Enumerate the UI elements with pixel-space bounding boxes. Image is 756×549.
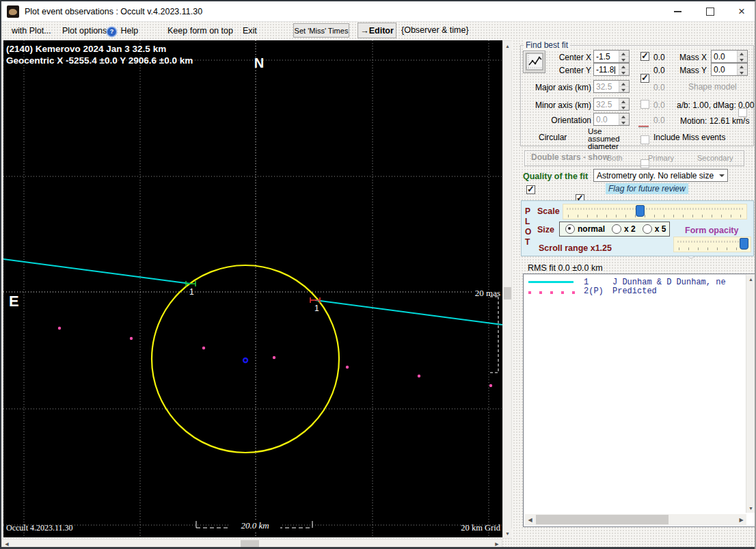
size-label: Size: [537, 225, 554, 235]
scroll-left-icon[interactable]: ◀: [525, 514, 535, 525]
list-item[interactable]: 2(P) Predicted: [524, 287, 755, 297]
center-y-sigma: 0.0: [653, 66, 665, 75]
mass-y-spinner[interactable]: 0.0: [711, 63, 748, 76]
mass-y-label: Mass Y: [675, 66, 707, 75]
editor-button[interactable]: →Editor: [357, 23, 396, 38]
scale-slider-thumb[interactable]: [636, 205, 645, 217]
find-best-fit-title: Find best fit: [524, 40, 570, 50]
quality-of-fit-label: Quality of the fit: [523, 172, 588, 181]
window-title: Plot event observations : Occult v.4.202…: [25, 7, 202, 16]
scale-label: Scale: [537, 206, 560, 216]
menu-help[interactable]: ? Help: [107, 26, 138, 36]
double-stars-secondary-label: Secondary: [697, 154, 733, 162]
size-x2-radio[interactable]: [612, 224, 621, 234]
north-label: N: [254, 55, 264, 70]
form-opacity-slider[interactable]: [673, 237, 751, 252]
orientation-label: Orientation: [535, 116, 591, 125]
center-x-spinner[interactable]: -1.5: [593, 50, 630, 63]
center-x-fit-checkbox[interactable]: [640, 52, 649, 61]
list-horizontal-scrollbar[interactable]: ◀ ▶: [525, 514, 746, 525]
mass-x-value: 0.0: [712, 51, 737, 62]
double-stars-title: Double stars - show: [529, 152, 611, 162]
orientation-value: 0.0: [594, 113, 619, 125]
quality-of-fit-combo[interactable]: Astrometry only. No reliable size: [593, 169, 728, 182]
rms-fit-label: RMS fit 0.0 ±0.0 km: [528, 263, 603, 273]
circular-checkbox[interactable]: [526, 185, 535, 194]
minimize-button[interactable]: [666, 4, 689, 19]
orientation-sigma: 0.0: [653, 116, 665, 125]
menu-plot-options[interactable]: Plot options...: [62, 26, 114, 36]
scale-bar-label: 20.0 km: [241, 520, 269, 531]
flag-review-label: Flag for future review: [606, 183, 688, 194]
close-icon: ×: [738, 5, 745, 18]
observer-name: Predicted: [612, 286, 657, 296]
observer-time-label: {Observer & time}: [401, 25, 469, 35]
center-y-fit-checkbox[interactable]: [640, 74, 649, 83]
minor-axis-value: 32.5: [594, 98, 619, 110]
size-normal-radio[interactable]: [565, 224, 575, 234]
mas-scale-label: 20 mas: [475, 288, 500, 298]
size-x5-label: x 5: [655, 224, 666, 234]
menu-with-plot[interactable]: with Plot...: [12, 26, 51, 36]
major-axis-spinner: 32.5: [593, 80, 630, 93]
disappearance-label: 1: [189, 287, 194, 297]
scroll-down-icon[interactable]: ▼: [503, 528, 512, 538]
scroll-up-icon[interactable]: ▲: [503, 41, 512, 51]
scale-slider[interactable]: [563, 204, 747, 219]
form-opacity-label: Form opacity: [685, 226, 739, 235]
miss-line-swatch: [638, 126, 649, 128]
maximize-button[interactable]: [699, 4, 722, 19]
fit-plot-button[interactable]: [523, 51, 545, 73]
chevron-down-icon: [716, 170, 727, 181]
plot-vertical-label: P L O T: [525, 206, 531, 247]
center-y-spinner[interactable]: -11.8: [593, 63, 630, 76]
mass-x-spinner[interactable]: 0.0: [711, 50, 748, 63]
form-opacity-slider-thumb[interactable]: [740, 238, 748, 250]
major-axis-sigma: 0.0: [653, 83, 665, 92]
mass-x-spin-buttons[interactable]: [737, 51, 747, 62]
plot-letter-t: T: [525, 237, 531, 247]
mass-y-spin-buttons[interactable]: [737, 64, 747, 75]
scroll-down-icon[interactable]: ▼: [746, 503, 755, 513]
plot-title-line1: (2140) Kemerovo 2024 Jan 3 32.5 km: [6, 44, 166, 54]
scroll-up-icon[interactable]: ▲: [746, 274, 755, 284]
title-bar: Plot event observations : Occult v.4.202…: [1, 1, 755, 22]
plot-vertical-scrollbar[interactable]: ▲ ▼: [502, 40, 512, 539]
double-stars-primary-label: Primary: [648, 154, 674, 162]
major-axis-spin-buttons: [619, 81, 629, 92]
version-label: Occult 4.2023.11.30: [6, 523, 73, 533]
motion-label: Motion: 12.61 km/s: [680, 116, 749, 126]
observer-name: J Dunham & D Dunham, ne: [612, 278, 726, 287]
orientation-spinner: 0.0: [593, 113, 630, 126]
plot-canvas[interactable]: 1 1 (2140) Kemerovo 2024 Jan 3 32.5 km G…: [3, 40, 502, 537]
menu-exit[interactable]: Exit: [243, 26, 257, 36]
observation-number: 1: [584, 278, 612, 287]
reappearance-label: 1: [314, 304, 319, 313]
center-x-spin-buttons[interactable]: [619, 51, 629, 62]
center-y-spin-buttons[interactable]: [619, 64, 629, 75]
plot-title-line2: Geocentric X -5255.4 ±0.0 Y 2906.6 ±0.0 …: [6, 55, 193, 66]
plot-vscroll-thumb[interactable]: [504, 287, 511, 299]
size-x5-radio[interactable]: [643, 224, 652, 234]
observation-number: 2(P): [584, 286, 612, 296]
chord-line-swatch: [524, 278, 584, 287]
scroll-range-label: Scroll range x1.25: [539, 243, 612, 253]
text-caret: [614, 65, 615, 75]
major-axis-fit-checkbox: [640, 100, 649, 109]
list-hscroll-thumb[interactable]: [536, 515, 669, 524]
list-vertical-scrollbar[interactable]: ▲ ▼: [746, 274, 755, 513]
grid-size-label: 20 km Grid: [461, 523, 500, 533]
set-miss-times-button[interactable]: Set 'Miss' Times: [293, 23, 349, 38]
minor-axis-label: Minor axis (km): [535, 101, 591, 110]
chart-icon: [524, 51, 545, 72]
app-icon: [7, 5, 19, 18]
size-normal-label: normal: [578, 224, 605, 234]
maximize-icon: [706, 8, 714, 16]
mass-y-value: 0.0: [712, 64, 737, 75]
close-button[interactable]: ×: [730, 4, 753, 19]
center-x-value: -1.5: [594, 51, 619, 62]
menu-keep-on-top[interactable]: Keep form on top: [167, 26, 233, 36]
observations-list[interactable]: 1 J Dunham & D Dunham, ne 2(P) Predicted…: [523, 273, 755, 527]
list-item[interactable]: 1 J Dunham & D Dunham, ne: [524, 278, 755, 287]
scroll-right-icon[interactable]: ▶: [736, 514, 746, 525]
